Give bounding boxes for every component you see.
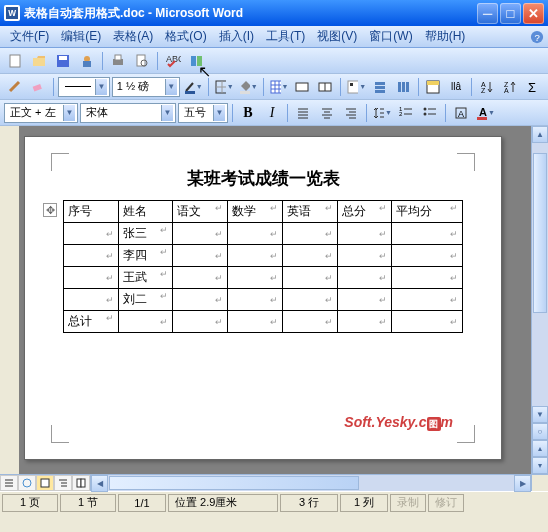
menu-insert[interactable]: 插入(I) xyxy=(213,26,260,47)
table-move-handle[interactable]: ✥ xyxy=(43,203,57,217)
menu-table[interactable]: 表格(A) xyxy=(107,26,159,47)
align-right-button[interactable] xyxy=(340,102,362,124)
align-button[interactable]: ▼ xyxy=(345,76,367,98)
table-cell: ↵ xyxy=(173,289,228,311)
close-button[interactable]: ✕ xyxy=(523,3,544,24)
bullets-button[interactable] xyxy=(419,102,441,124)
next-page-button[interactable]: ▾ xyxy=(532,457,548,474)
svg-rect-30 xyxy=(348,81,358,93)
align-both-button[interactable] xyxy=(292,102,314,124)
line-style-combo[interactable]: ▼ xyxy=(58,77,110,97)
style-combo[interactable]: 正文 + 左▼ xyxy=(4,103,78,123)
table-cell: 数学↵ xyxy=(228,201,283,223)
distribute-cols-button[interactable] xyxy=(392,76,413,98)
maximize-button[interactable]: □ xyxy=(500,3,521,24)
svg-rect-15 xyxy=(197,56,202,66)
insert-table-button[interactable]: ▼ xyxy=(268,76,290,98)
menu-tools[interactable]: 工具(T) xyxy=(260,26,311,47)
document-title[interactable]: 某班考试成绩一览表 xyxy=(63,167,463,190)
eraser-button[interactable] xyxy=(27,76,48,98)
svg-text:?: ? xyxy=(534,31,539,42)
svg-rect-10 xyxy=(115,55,121,60)
font-color-button[interactable]: A▼ xyxy=(474,102,496,124)
help-icon[interactable]: ? xyxy=(530,30,544,44)
scroll-left-button[interactable]: ◀ xyxy=(91,475,108,492)
font-combo[interactable]: 宋体▼ xyxy=(80,103,176,123)
normal-view-button[interactable] xyxy=(0,475,18,491)
table-cell: ↵ xyxy=(282,223,337,245)
line-spacing-button[interactable]: ▼ xyxy=(371,102,393,124)
char-border-button[interactable]: A xyxy=(450,102,472,124)
open-button[interactable] xyxy=(28,50,50,72)
table-cell: 张三↵ xyxy=(118,223,173,245)
toolbar-tables: ▼ 1 ½ 磅▼ ▼ ▼ ▼ ▼ ▼ llâ AZ ZA Σ xyxy=(0,74,548,100)
menu-format[interactable]: 格式(O) xyxy=(159,26,212,47)
horizontal-scrollbar-row: ◀ ▶ xyxy=(0,474,548,491)
word-icon: W xyxy=(4,5,20,21)
line-weight-combo[interactable]: 1 ½ 磅▼ xyxy=(112,77,180,97)
borders-button[interactable]: ▼ xyxy=(213,76,235,98)
distribute-rows-button[interactable] xyxy=(369,76,390,98)
draw-table-button[interactable] xyxy=(4,76,25,98)
research-button[interactable] xyxy=(186,50,208,72)
menu-view[interactable]: 视图(V) xyxy=(311,26,363,47)
italic-button[interactable]: I xyxy=(261,102,283,124)
outline-view-button[interactable] xyxy=(54,475,72,491)
scroll-up-button[interactable]: ▲ xyxy=(532,126,548,143)
svg-point-65 xyxy=(424,107,427,110)
table-cell: 英语↵ xyxy=(282,201,337,223)
svg-text:A: A xyxy=(504,87,509,94)
print-button[interactable] xyxy=(107,50,129,72)
vertical-ruler[interactable] xyxy=(0,126,20,474)
menu-help[interactable]: 帮助(H) xyxy=(419,26,472,47)
minimize-button[interactable]: ─ xyxy=(477,3,498,24)
permission-button[interactable] xyxy=(76,50,98,72)
status-record[interactable]: 录制 xyxy=(390,494,426,512)
save-button[interactable] xyxy=(52,50,74,72)
menu-file[interactable]: 文件(F) xyxy=(4,26,55,47)
new-button[interactable] xyxy=(4,50,26,72)
browse-object-button[interactable]: ○ xyxy=(532,423,548,440)
vertical-scrollbar[interactable]: ▲ ▼ ○ ▴ ▾ xyxy=(531,126,548,474)
bold-button[interactable]: B xyxy=(237,102,259,124)
scroll-thumb[interactable] xyxy=(533,153,547,313)
spell-button[interactable]: ABC xyxy=(162,50,184,72)
text-direction-button[interactable]: llâ xyxy=(446,76,467,98)
table-row: 总计↵↵↵↵↵↵↵ xyxy=(64,311,463,333)
merge-cells-button[interactable] xyxy=(292,76,313,98)
table-cell: 姓名 xyxy=(118,201,173,223)
scroll-right-button[interactable]: ▶ xyxy=(514,475,531,492)
split-cells-button[interactable] xyxy=(315,76,336,98)
menu-edit[interactable]: 编辑(E) xyxy=(55,26,107,47)
print-layout-view-button[interactable] xyxy=(36,475,54,491)
scroll-thumb-h[interactable] xyxy=(109,476,359,490)
menu-bar: 文件(F) 编辑(E) 表格(A) 格式(O) 插入(I) 工具(T) 视图(V… xyxy=(0,26,548,48)
table-cell: ↵ xyxy=(337,311,392,333)
exam-table[interactable]: 序号 姓名 语文↵ 数学↵ 英语↵ 总分↵ 平均分↵ ↵张三↵↵↵↵↵↵ ↵李四… xyxy=(63,200,463,333)
svg-rect-33 xyxy=(375,86,385,89)
document-area: ✥ 某班考试成绩一览表 序号 姓名 语文↵ 数学↵ 英语↵ 总分↵ 平均分↵ ↵… xyxy=(0,126,548,474)
menu-window[interactable]: 窗口(W) xyxy=(363,26,418,47)
size-combo[interactable]: 五号▼ xyxy=(178,103,228,123)
prev-page-button[interactable]: ▴ xyxy=(532,440,548,457)
scroll-down-button[interactable]: ▼ xyxy=(532,406,548,423)
align-center-button[interactable] xyxy=(316,102,338,124)
border-color-button[interactable]: ▼ xyxy=(182,76,204,98)
table-cell: ↵ xyxy=(173,267,228,289)
web-view-button[interactable] xyxy=(18,475,36,491)
sort-desc-button[interactable]: ZA xyxy=(500,76,521,98)
numbering-button[interactable]: 12 xyxy=(395,102,417,124)
status-revision[interactable]: 修订 xyxy=(428,494,464,512)
reading-view-button[interactable] xyxy=(72,475,90,491)
table-cell: ↵ xyxy=(228,311,283,333)
svg-rect-27 xyxy=(296,83,308,91)
page-viewport[interactable]: ✥ 某班考试成绩一览表 序号 姓名 语文↵ 数学↵ 英语↵ 总分↵ 平均分↵ ↵… xyxy=(20,126,548,474)
preview-button[interactable] xyxy=(131,50,153,72)
svg-rect-37 xyxy=(406,82,409,92)
sort-asc-button[interactable]: AZ xyxy=(476,76,497,98)
autosum-button[interactable]: Σ xyxy=(523,76,544,98)
table-cell: ↵ xyxy=(228,245,283,267)
autoformat-button[interactable] xyxy=(423,76,444,98)
shading-button[interactable]: ▼ xyxy=(237,76,259,98)
svg-rect-34 xyxy=(375,90,385,93)
